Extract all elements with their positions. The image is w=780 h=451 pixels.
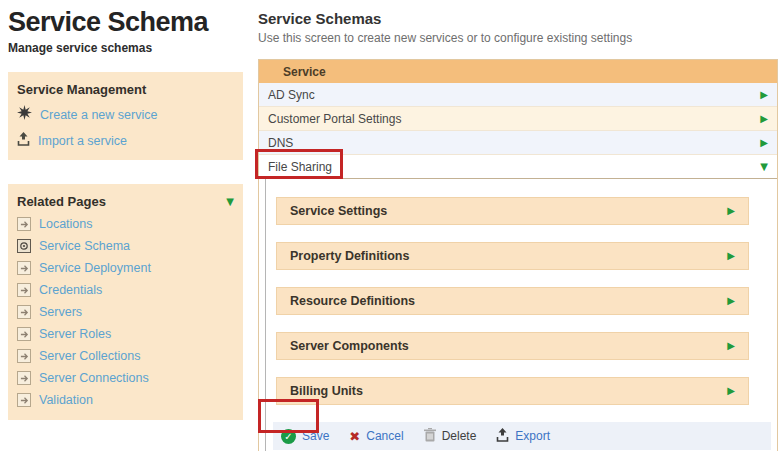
- page-link-icon: [17, 305, 31, 319]
- sidebar-item-locations[interactable]: Locations: [17, 217, 234, 231]
- page-link-icon: [17, 261, 31, 275]
- collapse-panel-icon[interactable]: ▼: [226, 197, 234, 207]
- page-link-icon: [17, 327, 31, 341]
- cancel-button[interactable]: ✖ Cancel: [349, 429, 403, 443]
- table-header-service: Service: [259, 60, 777, 83]
- sidebar: Service Schema Manage service schemas Se…: [0, 0, 250, 451]
- expand-arrow-icon: ▶: [727, 386, 735, 396]
- page-link-icon: [17, 217, 31, 231]
- sidebar-item-service-deployment[interactable]: Service Deployment: [17, 261, 234, 275]
- import-service-link[interactable]: Import a service: [17, 132, 234, 149]
- page-link-icon: [17, 371, 31, 385]
- page-subtitle: Manage service schemas: [8, 41, 250, 55]
- page-link-icon: [17, 393, 31, 407]
- create-new-service-link[interactable]: Create a new service: [17, 106, 234, 123]
- sidebar-item-server-roles[interactable]: Server Roles: [17, 327, 234, 341]
- section-resource-definitions[interactable]: Resource Definitions ▶: [276, 287, 749, 315]
- trash-icon: [424, 428, 436, 445]
- expand-arrow-icon: ▶: [727, 341, 735, 351]
- service-row-ad-sync[interactable]: AD Sync ▶: [259, 83, 777, 107]
- export-icon: [496, 428, 509, 445]
- section-billing-units[interactable]: Billing Units ▶: [276, 377, 749, 405]
- main-heading: Service Schemas: [258, 10, 778, 27]
- service-row-customer-portal-settings[interactable]: Customer Portal Settings ▶: [259, 107, 777, 131]
- expand-arrow-icon[interactable]: ▶: [760, 114, 768, 124]
- page-link-icon: [17, 349, 31, 363]
- app-window: Service Schema Manage service schemas Se…: [0, 0, 780, 451]
- create-new-service-label: Create a new service: [40, 108, 157, 122]
- detail-toolbar: ✓ Save ✖ Cancel Delete: [273, 422, 771, 450]
- export-button[interactable]: Export: [496, 428, 550, 445]
- page-link-icon: [17, 283, 31, 297]
- import-service-label: Import a service: [38, 134, 127, 148]
- expand-arrow-icon[interactable]: ▶: [760, 90, 768, 100]
- related-pages-panel: Related Pages ▼ Locations Service Schema…: [8, 184, 243, 420]
- sidebar-item-credentials[interactable]: Credentials: [17, 283, 234, 297]
- expand-arrow-icon: ▶: [727, 251, 735, 261]
- main-description: Use this screen to create new services o…: [258, 31, 778, 45]
- service-management-panel: Service Management Create a new service …: [8, 72, 243, 160]
- section-server-components[interactable]: Server Components ▶: [276, 332, 749, 360]
- cancel-x-icon: ✖: [349, 430, 360, 443]
- related-pages-heading: Related Pages: [17, 194, 106, 209]
- current-page-icon: [17, 239, 31, 253]
- service-row-dns[interactable]: DNS ▶: [259, 131, 777, 155]
- expand-arrow-icon[interactable]: ▶: [760, 138, 768, 148]
- delete-button[interactable]: Delete: [424, 428, 477, 445]
- service-management-heading: Service Management: [17, 82, 234, 97]
- page-title: Service Schema: [8, 6, 250, 38]
- sidebar-item-service-schema[interactable]: Service Schema: [17, 239, 234, 253]
- sidebar-item-servers[interactable]: Servers: [17, 305, 234, 319]
- collapse-arrow-icon[interactable]: ▼: [760, 162, 768, 172]
- expand-arrow-icon: ▶: [727, 206, 735, 216]
- main-content: Service Schemas Use this screen to creat…: [250, 0, 780, 451]
- sidebar-item-validation[interactable]: Validation: [17, 393, 234, 407]
- expand-arrow-icon: ▶: [727, 296, 735, 306]
- section-property-definitions[interactable]: Property Definitions ▶: [276, 242, 749, 270]
- save-check-icon: ✓: [281, 429, 296, 444]
- section-service-settings[interactable]: Service Settings ▶: [276, 197, 749, 225]
- sidebar-item-server-connections[interactable]: Server Connections: [17, 371, 234, 385]
- new-service-star-icon: [17, 105, 32, 124]
- file-sharing-detail-panel: Service Settings ▶ Property Definitions …: [265, 179, 777, 451]
- service-row-file-sharing[interactable]: File Sharing ▼: [259, 155, 777, 179]
- sidebar-item-server-collections[interactable]: Server Collections: [17, 349, 234, 363]
- save-button[interactable]: ✓ Save: [281, 429, 329, 444]
- import-icon: [17, 132, 30, 150]
- service-table: Service AD Sync ▶ Customer Portal Settin…: [258, 59, 778, 451]
